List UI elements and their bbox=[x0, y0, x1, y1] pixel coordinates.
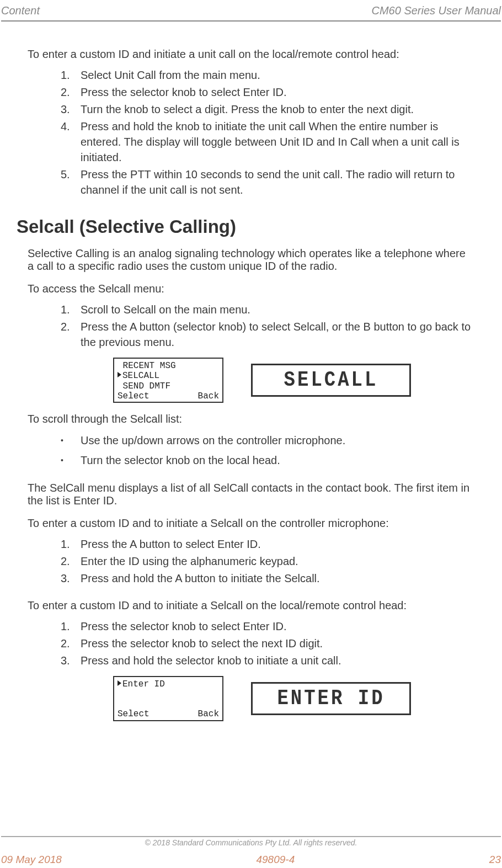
list-item: •Turn the selector knob on the local hea… bbox=[61, 452, 474, 468]
list-item: 2.Enter the ID using the alphanumeric ke… bbox=[61, 553, 474, 569]
header-right: CM60 Series User Manual bbox=[371, 4, 501, 17]
list-item: •Use the up/down arrows on the controlle… bbox=[61, 432, 474, 449]
list-item: 1.Press the A button to select Enter ID. bbox=[61, 536, 474, 552]
lcd-softkeys: SelectBack bbox=[118, 391, 219, 401]
list-item: 2.Press the A button (selector knob) to … bbox=[61, 319, 474, 350]
list-scroll: •Use the up/down arrows on the controlle… bbox=[61, 432, 474, 468]
page-footer: 09 May 2018 49809-4 23 bbox=[1, 854, 501, 866]
lcd-row-selected: Enter ID bbox=[118, 679, 219, 689]
segment-display-selcall: SELCALL bbox=[251, 364, 411, 397]
lcd-menu-enterid: Enter ID SelectBack bbox=[113, 676, 223, 721]
screen-row-2: Enter ID SelectBack ENTER ID bbox=[113, 676, 474, 721]
lcd-row bbox=[118, 689, 219, 699]
lcd-row-selected: SELCALL bbox=[118, 371, 219, 381]
para-custommic: To enter a custom ID and to initiate a S… bbox=[28, 517, 474, 530]
para-scroll: To scroll through the Selcall list: bbox=[28, 413, 474, 425]
lcd-row: SEND DMTF bbox=[118, 381, 219, 391]
softkey-select: Select bbox=[118, 391, 149, 401]
list-customhead: 1.Press the selector knob to select Ente… bbox=[61, 619, 474, 668]
caret-icon bbox=[118, 372, 121, 377]
list-item: 4.Press and hold the knob to initiate th… bbox=[61, 119, 474, 165]
segment-display-enterid: ENTER ID bbox=[251, 682, 411, 715]
list-item: 3.Press and hold the A button to initiat… bbox=[61, 571, 474, 586]
softkey-select: Select bbox=[118, 709, 149, 719]
lcd-row: RECENT MSG bbox=[118, 361, 219, 371]
intro-unitcall: To enter a custom ID and initiate a unit… bbox=[28, 48, 474, 61]
screen-row-1: RECENT MSG SELCALL SEND DMTF SelectBack … bbox=[113, 358, 474, 403]
softkey-back: Back bbox=[198, 709, 219, 719]
content-body: To enter a custom ID and initiate a unit… bbox=[0, 22, 502, 721]
list-item: 1.Press the selector knob to select Ente… bbox=[61, 619, 474, 634]
caret-icon bbox=[118, 680, 121, 686]
footer-date: 09 May 2018 bbox=[1, 854, 62, 866]
para-customhead: To enter a custom ID and to initiate a S… bbox=[28, 599, 474, 612]
list-item: 2.Press the selector knob to select the … bbox=[61, 636, 474, 651]
list-custommic: 1.Press the A button to select Enter ID.… bbox=[61, 536, 474, 586]
list-item: 1.Scroll to Selcall on the main menu. bbox=[61, 302, 474, 317]
section-heading-selcall: Selcall (Selective Calling) bbox=[17, 216, 474, 237]
footer-pagenum: 23 bbox=[489, 854, 501, 866]
list-unitcall: 1.Select Unit Call from the main menu. 2… bbox=[61, 67, 474, 198]
header-left: Content bbox=[1, 4, 40, 17]
list-access: 1.Scroll to Selcall on the main menu. 2.… bbox=[61, 302, 474, 350]
list-item: 3.Turn the knob to select a digit. Press… bbox=[61, 102, 474, 117]
para-contacts: The SelCall menu displays a list of all … bbox=[28, 482, 474, 507]
footer-docnum: 49809-4 bbox=[256, 854, 295, 866]
list-item: 3.Press and hold the selector knob to in… bbox=[61, 653, 474, 668]
list-item: 1.Select Unit Call from the main menu. bbox=[61, 67, 474, 83]
lcd-menu-selcall: RECENT MSG SELCALL SEND DMTF SelectBack bbox=[113, 358, 223, 403]
list-item: 2.Press the selector knob to select Ente… bbox=[61, 84, 474, 100]
lcd-softkeys: SelectBack bbox=[118, 709, 219, 719]
footer-rule bbox=[1, 836, 501, 837]
para-selcall-desc: Selective Calling is an analog signaling… bbox=[28, 247, 474, 273]
copyright: © 2018 Standard Communications Pty Ltd. … bbox=[0, 838, 502, 847]
para-access: To access the Selcall menu: bbox=[28, 283, 474, 295]
page-header: Content CM60 Series User Manual bbox=[0, 0, 502, 17]
list-item: 5.Press the PTT within 10 seconds to sen… bbox=[61, 167, 474, 198]
softkey-back: Back bbox=[198, 391, 219, 401]
